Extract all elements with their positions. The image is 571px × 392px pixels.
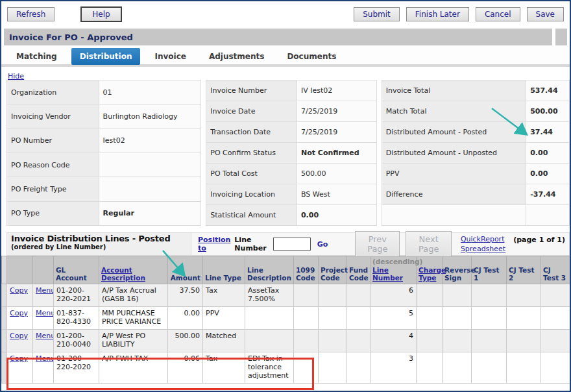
cancel-button[interactable]: Cancel — [476, 7, 520, 21]
spreadsheet-link[interactable]: Spreadsheet — [461, 244, 505, 254]
cj-test-1-cell — [472, 284, 507, 306]
field-label-empty — [382, 205, 526, 226]
field-label: Distributed Amount - Posted — [382, 122, 526, 143]
copy-link[interactable]: Copy — [10, 309, 28, 317]
1099-code-cell — [294, 284, 319, 306]
account-description-cell: A/P FWH TAX — [99, 352, 168, 383]
distribution-lines-section-header: Invoice Distribution Lines - Posted (ord… — [6, 232, 570, 256]
menu-link[interactable]: Menu — [36, 286, 54, 295]
line-type-cell: Matched — [203, 329, 245, 352]
1099-code-cell — [294, 352, 319, 383]
col-header-project-code: Project Code — [319, 256, 347, 284]
line-description-cell: EDI Tax in tolerance adjustment — [245, 352, 294, 383]
amount-cell: 37.50 — [168, 284, 203, 306]
report-links: QuickReport Spreadsheet — [461, 234, 505, 254]
cj-test-2-cell — [507, 352, 541, 383]
fund-code-cell — [347, 352, 371, 383]
menu-link[interactable]: Menu — [36, 332, 54, 340]
charge-type-cell — [417, 329, 443, 352]
field-value: BS West — [297, 184, 376, 205]
menu-link[interactable]: Menu — [36, 354, 54, 363]
line-number-sort-link[interactable]: Line Number — [372, 266, 403, 282]
amount-cell: -0.06 — [168, 352, 203, 383]
line-number-cell: 5 — [371, 306, 417, 329]
copy-cell: Copy — [7, 329, 33, 352]
cj-test-3-cell — [541, 284, 571, 306]
fund-code-cell — [347, 284, 371, 306]
tab-invoice[interactable]: Invoice — [146, 48, 194, 65]
line-number-cell: 4 — [371, 329, 417, 352]
menu-cell: Menu — [33, 284, 54, 306]
cj-test-1-cell — [472, 306, 507, 329]
field-label: PPV — [382, 164, 526, 184]
line-type-cell: Tax — [203, 284, 245, 306]
line-description-cell: AssetTax 7.500% — [245, 284, 294, 306]
reverse-sign-cell — [443, 284, 472, 306]
copy-cell: Copy — [7, 352, 33, 383]
section-title: Invoice Distribution Lines - Posted — [11, 234, 187, 243]
copy-link[interactable]: Copy — [10, 332, 28, 340]
account-description-cell: A/P West PO LIABILITY — [99, 329, 168, 352]
field-value: Burlington Radiology — [99, 104, 201, 129]
quickreport-link[interactable]: QuickReport — [461, 234, 505, 244]
col-header-line-type: Line Type — [203, 256, 245, 284]
refresh-button[interactable]: Refresh — [7, 7, 55, 21]
field-label: Match Total — [382, 101, 526, 122]
tab-matching[interactable]: Matching — [8, 48, 66, 65]
project-code-cell — [319, 284, 347, 306]
field-label: PO Total Cost — [206, 164, 297, 184]
project-code-cell — [319, 329, 347, 352]
line-type-cell: Tax — [203, 352, 245, 383]
cj-test-2-cell — [507, 329, 541, 352]
form-column-1: Organization01 Invoicing VendorBurlingto… — [6, 80, 201, 226]
reverse-sign-cell — [443, 352, 472, 383]
gl-account-cell: 01-200-210-0040 — [54, 329, 99, 352]
line-description-cell — [245, 306, 294, 329]
cj-test-3-cell — [541, 352, 571, 383]
line-description-cell — [245, 329, 294, 352]
account-description-sort-link[interactable]: Account Description — [101, 266, 145, 282]
help-button[interactable]: Help — [80, 6, 121, 22]
tab-bar: Matching Distribution Invoice Adjustment… — [1, 45, 570, 67]
1099-code-cell — [294, 329, 319, 352]
field-value: 7/25/2019 — [297, 101, 376, 122]
field-label: PO Type — [7, 201, 99, 225]
go-link[interactable]: Go — [317, 240, 328, 249]
menu-link[interactable]: Menu — [36, 309, 54, 317]
page-title: Invoice For PO - Approved — [4, 29, 552, 45]
table-row-highlighted: Copy Menu 01-200-220-2020 A/P FWH TAX -0… — [2, 352, 571, 383]
field-label: PO Freight Type — [7, 177, 99, 201]
tab-distribution[interactable]: Distribution — [71, 48, 141, 65]
position-to-line-number-input[interactable] — [273, 238, 311, 251]
charge-type-cell — [417, 284, 443, 306]
col-header-cj-test-3: CJ Test 3 — [541, 256, 571, 284]
descending-note: (descending) — [372, 258, 414, 266]
submit-button[interactable]: Submit — [354, 7, 400, 21]
amount-cell: 0.00 — [168, 306, 203, 329]
save-button[interactable]: Save — [527, 7, 564, 21]
invoice-header-form: Organization01 Invoicing VendorBurlingto… — [6, 80, 570, 226]
account-description-cell: A/P Tax Accrual (GASB 16) — [99, 284, 168, 306]
section-controls: Position to Line Number Go Prev Page Nex… — [191, 232, 570, 256]
tab-adjustments[interactable]: Adjustments — [200, 48, 273, 65]
position-to-link[interactable]: Position to — [198, 236, 230, 252]
prev-page-button[interactable]: Prev Page — [355, 231, 400, 257]
copy-link[interactable]: Copy — [10, 354, 28, 363]
copy-link[interactable]: Copy — [10, 286, 28, 295]
page-info: (page 1 of 1) — [513, 236, 565, 244]
col-header-fund-code: Fund Code — [347, 256, 371, 284]
copy-cell: Copy — [7, 284, 33, 306]
field-value — [99, 177, 201, 201]
col-header-line-description: Line Description — [245, 256, 294, 284]
next-page-button[interactable]: Next Page — [406, 231, 451, 257]
section-subtitle: (ordered by Line Number) — [11, 243, 187, 251]
field-value: 7/25/2019 — [297, 122, 376, 143]
field-label: Organization — [7, 80, 99, 104]
line-type-cell: PPV — [203, 306, 245, 329]
fund-code-cell — [347, 329, 371, 352]
tab-documents[interactable]: Documents — [278, 48, 345, 65]
finish-later-button[interactable]: Finish Later — [406, 7, 469, 21]
field-value: 0.00 — [526, 164, 570, 184]
col-header-account-description: Account Description — [99, 256, 168, 284]
row-spacer — [2, 352, 7, 383]
